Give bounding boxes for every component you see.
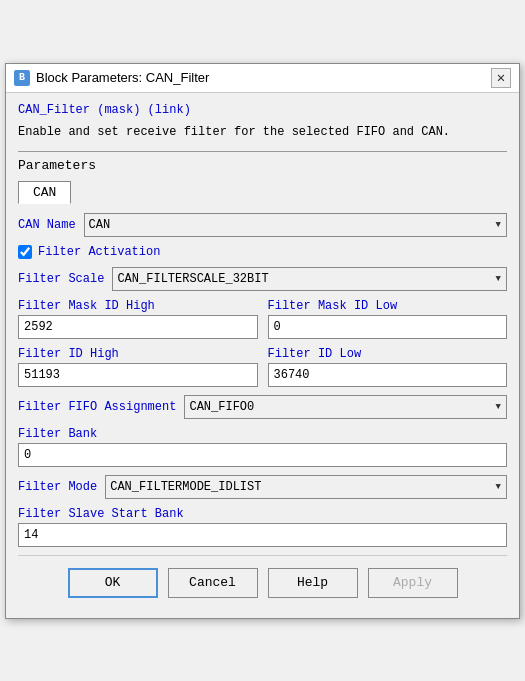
filter-id-low-input[interactable] xyxy=(268,363,508,387)
filter-mode-label: Filter Mode xyxy=(18,480,97,494)
window-icon: B xyxy=(14,70,30,86)
cancel-button[interactable]: Cancel xyxy=(168,568,258,598)
separator xyxy=(18,151,507,152)
filter-scale-label: Filter Scale xyxy=(18,272,104,286)
apply-button[interactable]: Apply xyxy=(368,568,458,598)
filter-fifo-row: Filter FIFO Assignment CAN_FIFO0 xyxy=(18,395,507,419)
window-title: Block Parameters: CAN_Filter xyxy=(36,70,485,85)
can-name-label: CAN Name xyxy=(18,218,76,232)
filter-id-low-label: Filter ID Low xyxy=(268,347,508,361)
filter-fifo-select-wrapper: CAN_FIFO0 xyxy=(184,395,507,419)
filter-id-high-label: Filter ID High xyxy=(18,347,258,361)
can-name-select-wrapper: CAN xyxy=(84,213,507,237)
filter-id-low-field: Filter ID Low xyxy=(268,347,508,387)
filter-mode-row: Filter Mode CAN_FILTERMODE_IDLIST xyxy=(18,475,507,499)
filter-fifo-select[interactable]: CAN_FIFO0 xyxy=(184,395,507,419)
can-name-row: CAN Name CAN xyxy=(18,213,507,237)
can-name-select[interactable]: CAN xyxy=(84,213,507,237)
ok-button[interactable]: OK xyxy=(68,568,158,598)
filter-activation-checkbox[interactable] xyxy=(18,245,32,259)
tab-can[interactable]: CAN xyxy=(18,181,71,204)
help-button[interactable]: Help xyxy=(268,568,358,598)
filter-bank-field: Filter Bank xyxy=(18,427,507,467)
filter-activation-row: Filter Activation xyxy=(18,245,507,259)
filter-id-high-field: Filter ID High xyxy=(18,347,258,387)
filter-mask-low-label: Filter Mask ID Low xyxy=(268,299,508,313)
filter-mask-low-field: Filter Mask ID Low xyxy=(268,299,508,339)
filter-slave-field: Filter Slave Start Bank xyxy=(18,507,507,547)
button-row: OK Cancel Help Apply xyxy=(18,555,507,608)
dialog-window: B Block Parameters: CAN_Filter ✕ CAN_Fil… xyxy=(5,63,520,619)
filter-scale-row: Filter Scale CAN_FILTERSCALE_32BIT xyxy=(18,267,507,291)
filter-scale-select-wrapper: CAN_FILTERSCALE_32BIT xyxy=(112,267,507,291)
filter-id-high-input[interactable] xyxy=(18,363,258,387)
filter-bank-input[interactable] xyxy=(18,443,507,467)
subtitle-link[interactable]: CAN_Filter (mask) (link) xyxy=(18,103,507,117)
filter-mask-high-label: Filter Mask ID High xyxy=(18,299,258,313)
close-button[interactable]: ✕ xyxy=(491,68,511,88)
filter-mode-select-wrapper: CAN_FILTERMODE_IDLIST xyxy=(105,475,507,499)
filter-bank-label: Filter Bank xyxy=(18,427,507,441)
filter-mask-row: Filter Mask ID High Filter Mask ID Low xyxy=(18,299,507,347)
filter-mode-select[interactable]: CAN_FILTERMODE_IDLIST xyxy=(105,475,507,499)
filter-mask-low-input[interactable] xyxy=(268,315,508,339)
filter-activation-label: Filter Activation xyxy=(38,245,160,259)
filter-slave-label: Filter Slave Start Bank xyxy=(18,507,507,521)
filter-mask-high-field: Filter Mask ID High xyxy=(18,299,258,339)
title-bar: B Block Parameters: CAN_Filter ✕ xyxy=(6,64,519,93)
tab-bar: CAN xyxy=(18,181,507,203)
filter-fifo-label: Filter FIFO Assignment xyxy=(18,400,176,414)
parameters-heading: Parameters xyxy=(18,158,507,173)
filter-scale-select[interactable]: CAN_FILTERSCALE_32BIT xyxy=(112,267,507,291)
filter-slave-input[interactable] xyxy=(18,523,507,547)
description-text: Enable and set receive filter for the se… xyxy=(18,123,507,141)
filter-mask-high-input[interactable] xyxy=(18,315,258,339)
filter-id-row: Filter ID High Filter ID Low xyxy=(18,347,507,395)
dialog-body: CAN_Filter (mask) (link) Enable and set … xyxy=(6,93,519,618)
